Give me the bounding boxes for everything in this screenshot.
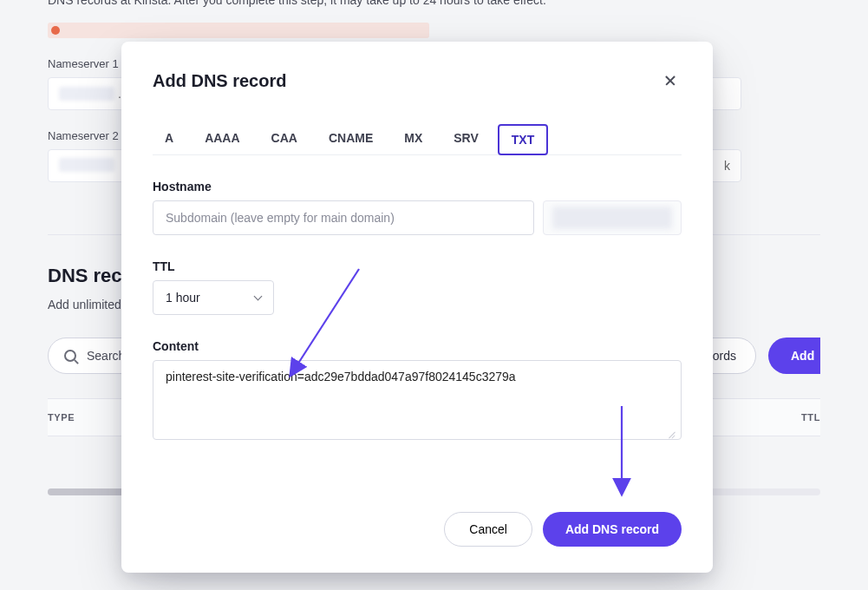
tab-srv[interactable]: SRV <box>441 124 491 155</box>
ttl-select[interactable]: 1 hour <box>153 280 274 315</box>
content-label: Content <box>153 339 682 353</box>
close-icon[interactable] <box>659 69 682 92</box>
hostname-input[interactable] <box>153 200 534 235</box>
tab-txt[interactable]: TXT <box>498 124 548 155</box>
tab-caa[interactable]: CAA <box>259 124 310 155</box>
chevron-down-icon <box>254 293 263 302</box>
modal-backdrop: Add DNS record A AAAA CAA CNAME MX SRV T… <box>0 0 868 590</box>
add-dns-record-modal: Add DNS record A AAAA CAA CNAME MX SRV T… <box>121 42 713 573</box>
submit-add-dns-record-button[interactable]: Add DNS record <box>543 512 682 547</box>
tab-cname[interactable]: CNAME <box>317 124 385 155</box>
cancel-button[interactable]: Cancel <box>444 512 532 547</box>
redacted-content <box>552 206 672 229</box>
modal-title: Add DNS record <box>153 71 286 91</box>
ttl-selected-value: 1 hour <box>166 291 200 305</box>
tab-mx[interactable]: MX <box>392 124 434 155</box>
record-type-tabs: A AAAA CAA CNAME MX SRV TXT <box>153 123 682 155</box>
content-textarea[interactable] <box>153 360 682 440</box>
hostname-label: Hostname <box>153 180 682 193</box>
ttl-label: TTL <box>153 259 682 273</box>
domain-suffix-readonly <box>543 200 682 235</box>
tab-a[interactable]: A <box>153 124 186 155</box>
tab-aaaa[interactable]: AAAA <box>193 124 251 155</box>
